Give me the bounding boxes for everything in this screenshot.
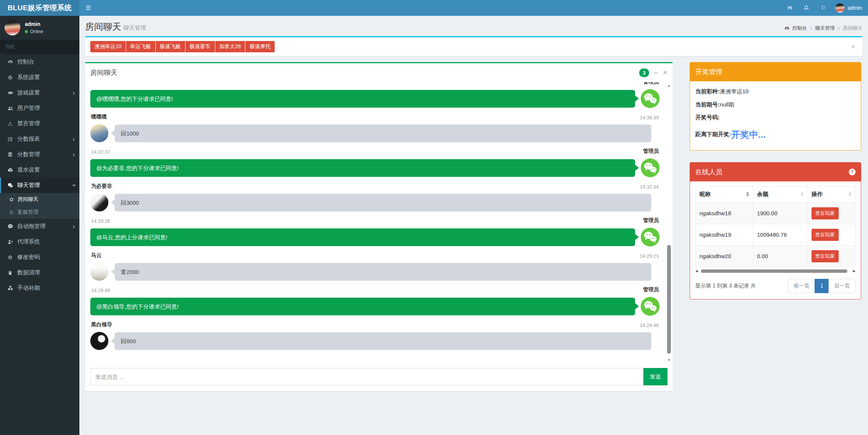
chat-panel-header: 房间聊天 3 − ✕ [85,63,673,82]
sidebar-item-label: 修改密码 [17,254,40,261]
sidebar-item-label: 自动拖管理 [17,223,46,230]
sidebar-menu: 控制台⚙系统设置游戏设置‹用户管理⚠禁言管理分数报表‹分数管理‹退水设置聊天管理… [0,54,79,296]
sidebar-subitem-label: 房间聊天 [17,196,38,203]
action-cell: 禁言玩家 [807,245,856,267]
send-button[interactable]: 发送 [643,368,667,385]
sidebar-item-用户管理[interactable]: 用户管理 [0,100,79,116]
comments-icon [6,183,15,188]
sidebar-item-控制台[interactable]: 控制台 [0,54,79,70]
message-username: 嘿嘿嘿 [91,114,107,120]
close-icon[interactable]: ✕ [849,43,857,50]
game-tag-加拿大28[interactable]: 加拿大28 [215,41,245,52]
wechat-icon [641,297,660,316]
sidebar-item-分数报表[interactable]: 分数报表‹ [0,131,79,147]
message-username: 黑白领导 [91,321,112,328]
horizontal-scrollbar[interactable]: ◀ ▶ [695,268,856,274]
bell-icon[interactable] [798,0,815,16]
top-navbar: BLUE娱乐管理系统 ☰ ✉ ⚐ admin [0,0,868,16]
sidebar-item-label: 控制台 [17,58,34,65]
message-bubble: 回800 [115,332,651,350]
admin-message-row: @嘿嘿嘿,您的下分请求已同意! [90,89,660,108]
message-header: 14:32:37管理员 [91,148,659,155]
sidebar-item-label: 手动补期 [17,284,40,292]
admin-message: 14:29:26管理员@马云,您的上分请求已同意! [90,217,660,246]
message-bubble: @为必要非,您的下分请求已同意! [90,159,635,177]
sidebar-item-系统设置[interactable]: ⚙系统设置 [0,70,79,85]
sidebar-item-退水设置[interactable]: 退水设置 [0,162,79,178]
message-time: 14:32:34 [640,184,659,190]
scroll-left-icon[interactable]: ◀ [695,269,698,273]
mute-player-button[interactable]: 禁言玩家 [812,250,839,262]
messages-icon[interactable]: ✉ [782,0,798,16]
sidebar-item-分数管理[interactable]: 分数管理‹ [0,147,79,162]
message-header: 为必要非14:32:34 [91,183,659,190]
sidebar-item-数据清理[interactable]: 数据清理 [0,265,79,280]
game-tag-极速飞艇[interactable]: 极速飞艇 [156,41,185,52]
sidebar-subitem-label: 客服管理 [17,209,38,216]
app-logo[interactable]: BLUE娱乐管理系统 [0,0,79,16]
message-time: 14:29:23 [640,253,659,259]
game-tag-幸运飞艇[interactable]: 幸运飞艇 [126,41,155,52]
draw-info-row: 开奖号码: [695,111,856,124]
question-circle-icon[interactable]: ? [849,169,856,175]
game-tag-澳洲幸运10[interactable]: 澳洲幸运10 [90,41,126,52]
next-page-button[interactable]: 后一页 [828,279,856,293]
scroll-right-icon[interactable]: ▶ [853,269,856,273]
breadcrumb-item-聊天管理[interactable]: 聊天管理 [815,25,835,32]
draw-info-row: 距离下期开奖:开奖中... [695,124,856,145]
sidebar-item-聊天管理[interactable]: 聊天管理‹ [0,178,79,193]
sidebar-item-自动拖管理[interactable]: 自动拖管理‹ [0,219,79,234]
sidebar-toggle-icon[interactable]: ☰ [79,0,97,16]
sidebar-user-status: Online [25,29,43,34]
mute-player-button[interactable]: 禁言玩家 [812,229,839,241]
balance-cell: 1900.00 [753,202,808,224]
online-panel-body: 昵称余额操作ngaksdhw181900.00禁言玩家ngaksdhw19100… [690,181,861,299]
sidebar-item-禁言管理[interactable]: ⚠禁言管理 [0,116,79,131]
page-1-button[interactable]: 1 [815,279,829,293]
column-header-余额[interactable]: 余额 [753,186,808,202]
pagination: 前一页 1 后一页 [788,279,856,293]
message-input[interactable] [90,368,667,385]
collapse-icon[interactable]: − [654,70,658,76]
mute-player-button[interactable]: 禁言玩家 [812,207,839,219]
gears-icon: ⚙ [6,75,15,81]
breadcrumb-separator: > [837,26,840,31]
main-content: 房间聊天聊天管理 控制台>聊天管理>房间聊天 澳洲幸运10幸运飞艇极速飞艇极速赛… [79,16,868,435]
user-menu-label: admin [848,5,862,11]
game-tag-极速摩托[interactable]: 极速摩托 [245,41,275,52]
sidebar-subitem-客服管理[interactable]: 客服管理 [0,206,79,219]
column-header-inner: 昵称 [699,191,749,198]
chevron-down-icon: ‹ [71,184,77,187]
scroll-up-icon[interactable]: ▲ [667,84,671,88]
page-title: 房间聊天聊天管理 [85,21,146,33]
scrollbar-thumb[interactable] [701,269,847,273]
admin-message-row: @马云,您的上分请求已同意! [90,228,660,246]
user-menu[interactable]: admin [832,0,868,16]
sidebar-item-代理系统[interactable]: 代理系统 [0,234,79,249]
column-header-昵称[interactable]: 昵称 [696,186,753,202]
sidebar-item-游戏设置[interactable]: 游戏设置‹ [0,85,79,100]
column-header-操作[interactable]: 操作 [807,186,856,202]
user-message-row: 回800 [90,332,660,350]
sort-icon[interactable] [746,192,749,196]
close-icon[interactable]: ✕ [663,69,667,76]
sidebar-subitem-房间聊天[interactable]: 房间聊天 [0,193,79,206]
avatar [5,20,20,35]
list-icon [6,137,15,142]
scrollbar-thumb[interactable] [667,245,671,354]
room-chat-panel: 房间聊天 3 − ✕ 管理员@嘿嘿嘿,您的下分请求已同意!嘿嘿嘿14:36:39… [85,62,673,391]
sort-icon[interactable] [848,192,851,196]
flag-icon[interactable]: ⚐ [815,0,831,16]
sidebar-item-label: 游戏设置 [17,89,40,96]
game-tag-极速赛车[interactable]: 极速赛车 [185,41,215,52]
sidebar-item-修改密码[interactable]: ⚙修改密码 [0,249,79,265]
prev-page-button[interactable]: 前一页 [788,279,815,293]
breadcrumb-item-控制台[interactable]: 控制台 [792,25,807,32]
scroll-down-icon[interactable]: ▼ [667,358,671,362]
sidebar-item-手动补期[interactable]: 手动补期 [0,280,79,296]
chevron-left-icon: ‹ [73,90,75,96]
sort-icon[interactable] [801,192,804,196]
vertical-scrollbar[interactable]: ▲ ▼ [667,84,671,362]
sidebar-item-label: 禁言管理 [17,120,40,127]
chevron-left-icon: ‹ [73,223,75,230]
